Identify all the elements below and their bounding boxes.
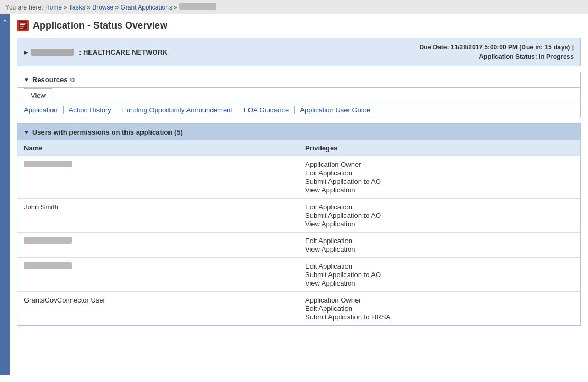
page-title: Application - Status Overview — [33, 20, 167, 31]
user-privileges-cell: Edit ApplicationSubmit Application to AO… — [299, 258, 580, 292]
permissions-header-text: Users with permissions on this applicati… — [32, 128, 183, 136]
blurred-username — [24, 237, 72, 244]
privilege-item: Submit Application to AO — [305, 271, 574, 279]
table-row: Edit ApplicationSubmit Application to AO… — [17, 258, 580, 292]
privilege-item: Edit Application — [305, 262, 574, 270]
resources-header: ▼ Resources ⧉ — [17, 72, 580, 88]
user-name-cell: John Smith — [17, 199, 299, 233]
col-header-name: Name — [17, 140, 299, 156]
status-text: Application Status: In Progress — [420, 52, 574, 61]
privilege-item: Submit Application to HRSA — [305, 313, 574, 321]
privilege-item: Edit Application — [305, 169, 574, 177]
tab-strip: View — [24, 88, 574, 102]
app-org-name: : HEALTHCARE NETWORK — [79, 48, 167, 56]
app-header-card: ▶ : HEALTHCARE NETWORK Due Date: 11/28/2… — [17, 38, 581, 66]
privilege-list: Application OwnerEdit ApplicationSubmit … — [305, 161, 574, 194]
page-title-container: Application - Status Overview — [17, 20, 581, 31]
links-row: Application Action History Funding Oppor… — [17, 102, 580, 118]
svg-rect-2 — [20, 24, 25, 25]
due-date-text: Due Date: 11/28/2017 5:00:00 PM (Due in:… — [420, 42, 574, 52]
user-privileges-cell: Application OwnerEdit ApplicationSubmit … — [299, 292, 580, 326]
breadcrumb-home[interactable]: Home — [45, 4, 62, 11]
table-row: John SmithEdit ApplicationSubmit Applica… — [17, 199, 580, 233]
breadcrumb-current — [179, 3, 216, 10]
privilege-list: Edit ApplicationView Application — [305, 237, 574, 253]
user-name-cell — [17, 156, 299, 199]
table-row: Application OwnerEdit ApplicationSubmit … — [17, 156, 580, 199]
blurred-username — [24, 161, 72, 167]
permissions-header: ▼ Users with permissions on this applica… — [17, 124, 580, 140]
breadcrumb-label: You are here: — [5, 4, 43, 11]
resources-expand-icon[interactable]: ▼ — [24, 77, 29, 83]
link-application[interactable]: Application — [24, 106, 64, 114]
link-user-guide[interactable]: Application User Guide — [295, 106, 376, 114]
privilege-item: Submit Application to AO — [305, 177, 574, 185]
privilege-item: Application Owner — [305, 296, 574, 304]
breadcrumb-tasks[interactable]: Tasks — [69, 4, 85, 11]
user-name-cell — [17, 233, 299, 258]
blurred-username — [24, 262, 72, 269]
tab-view[interactable]: View — [24, 88, 52, 102]
privilege-list: Edit ApplicationSubmit Application to AO… — [305, 262, 574, 287]
main-content: Application - Status Overview ▶ : HEALTH… — [10, 14, 588, 375]
breadcrumb-browse[interactable]: Browse — [92, 4, 113, 11]
privilege-item: View Application — [305, 279, 574, 287]
user-name-cell: GrantsGovConnector User — [17, 292, 299, 326]
svg-rect-4 — [20, 28, 23, 29]
link-action-history[interactable]: Action History — [64, 106, 117, 114]
breadcrumb-grant-applications[interactable]: Grant Applications — [121, 4, 172, 11]
privilege-item: Submit Application to AO — [305, 211, 574, 219]
app-header-left: ▶ : HEALTHCARE NETWORK — [24, 48, 167, 56]
user-privileges-cell: Application OwnerEdit ApplicationSubmit … — [299, 156, 580, 199]
user-privileges-cell: Edit ApplicationSubmit Application to AO… — [299, 199, 580, 233]
link-foa[interactable]: Funding Opportunity Announcement — [117, 106, 238, 114]
permissions-expand-icon[interactable]: ▼ — [24, 129, 29, 135]
col-header-privileges: Privileges — [299, 140, 580, 156]
privilege-list: Edit ApplicationSubmit Application to AO… — [305, 203, 574, 228]
expand-arrow-icon[interactable]: ▶ — [24, 49, 28, 55]
app-header-right: Due Date: 11/28/2017 5:00:00 PM (Due in:… — [420, 42, 574, 61]
resources-section: ▼ Resources ⧉ View Application Action Hi… — [17, 72, 581, 118]
svg-rect-1 — [20, 23, 26, 24]
table-row: Edit ApplicationView Application — [17, 233, 580, 258]
view-tabs-container: View — [17, 88, 580, 102]
privilege-item: Edit Application — [305, 237, 574, 245]
user-name-cell — [17, 258, 299, 292]
privilege-item: View Application — [305, 245, 574, 253]
app-id-blurred — [31, 49, 74, 56]
table-row: GrantsGovConnector UserApplication Owner… — [17, 292, 580, 326]
external-link-icon[interactable]: ⧉ — [70, 76, 75, 83]
sidebar: » — [0, 14, 10, 375]
privilege-item: Edit Application — [305, 305, 574, 313]
privilege-item: Edit Application — [305, 203, 574, 211]
permissions-section: ▼ Users with permissions on this applica… — [17, 123, 581, 326]
svg-rect-0 — [19, 21, 27, 30]
privilege-list: Application OwnerEdit ApplicationSubmit … — [305, 296, 574, 321]
breadcrumb: You are here: Home » Tasks » Browse » Gr… — [0, 0, 588, 14]
sidebar-toggle[interactable]: » — [0, 14, 10, 24]
layout: » Application - Status Overview ▶ — [0, 14, 588, 375]
users-table: Name Privileges Application OwnerEdit Ap… — [17, 140, 580, 325]
resources-label: Resources — [32, 76, 67, 84]
svg-rect-3 — [20, 26, 24, 27]
page-icon — [17, 20, 29, 31]
privilege-item: View Application — [305, 186, 574, 194]
privilege-item: Application Owner — [305, 161, 574, 168]
table-header-row: Name Privileges — [17, 140, 580, 156]
app-header-row: ▶ : HEALTHCARE NETWORK Due Date: 11/28/2… — [17, 38, 580, 66]
privilege-item: View Application — [305, 220, 574, 228]
user-privileges-cell: Edit ApplicationView Application — [299, 233, 580, 258]
link-foa-guidance[interactable]: FOA Guidance — [238, 106, 295, 114]
